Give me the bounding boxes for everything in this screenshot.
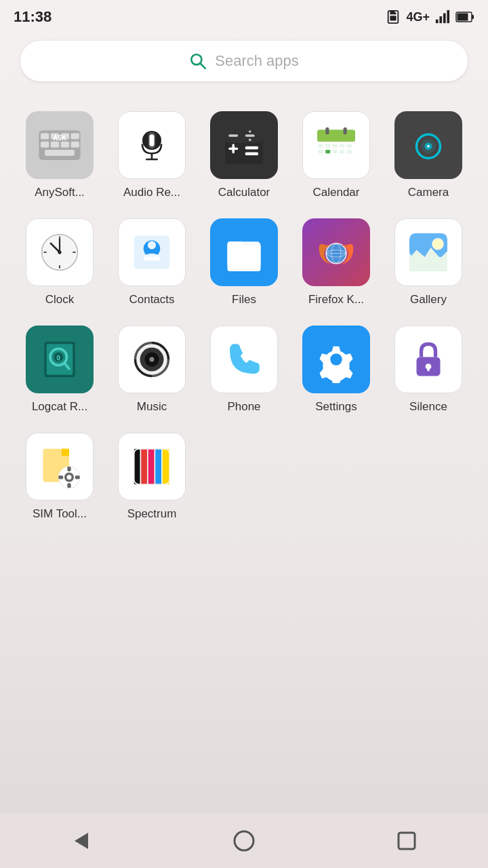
- nav-recents-button[interactable]: [386, 821, 427, 861]
- app-item-spectrum[interactable]: Spectrum: [106, 423, 198, 530]
- app-label-calculator: Calculator: [218, 186, 270, 199]
- svg-rect-9: [458, 14, 468, 21]
- nav-back-button[interactable]: [61, 821, 102, 861]
- app-label-firefox: Firefox K...: [308, 293, 364, 307]
- svg-rect-1: [390, 16, 396, 20]
- app-icon-gallery: [394, 218, 462, 286]
- search-bar[interactable]: Search apps: [20, 41, 468, 81]
- svg-rect-102: [67, 484, 70, 488]
- battery-icon: [455, 11, 474, 23]
- svg-rect-108: [141, 449, 147, 485]
- app-item-clock[interactable]: Clock: [14, 209, 106, 316]
- svg-line-11: [201, 64, 205, 68]
- app-item-contacts[interactable]: Contacts: [106, 209, 198, 316]
- app-icon-camera: [394, 111, 462, 179]
- app-item-files[interactable]: Files: [198, 209, 290, 316]
- app-item-audio[interactable]: Audio Re...: [106, 102, 198, 209]
- app-label-gallery: Gallery: [410, 293, 447, 307]
- app-item-silence[interactable]: Silence: [382, 316, 474, 423]
- app-item-anysoft[interactable]: ASK AnySoft...: [14, 102, 106, 209]
- app-label-clock: Clock: [45, 293, 75, 307]
- app-item-firefox[interactable]: Firefox K...: [290, 209, 382, 316]
- app-label-contacts: Contacts: [129, 293, 174, 307]
- svg-rect-19: [61, 142, 69, 148]
- svg-rect-115: [399, 833, 415, 849]
- svg-rect-95: [427, 367, 430, 372]
- svg-rect-49: [325, 150, 330, 153]
- app-label-anysoft: AnySoft...: [35, 186, 85, 199]
- search-placeholder: Search apps: [215, 52, 299, 70]
- app-icon-settings: [302, 326, 370, 393]
- svg-rect-48: [319, 150, 323, 153]
- svg-rect-54: [344, 127, 347, 135]
- app-label-silence: Silence: [409, 400, 447, 414]
- app-label-audio: Audio Re...: [123, 186, 180, 199]
- svg-rect-98: [62, 449, 70, 456]
- app-label-simtool: SIM Tool...: [33, 507, 87, 521]
- app-item-music[interactable]: Music: [106, 316, 198, 423]
- svg-rect-20: [71, 142, 79, 148]
- app-item-logcat[interactable]: Q Logcat R...: [14, 316, 106, 423]
- svg-rect-41: [317, 130, 355, 142]
- svg-rect-110: [155, 449, 161, 485]
- svg-point-37: [249, 138, 251, 141]
- app-icon-anysoft: ASK: [26, 111, 94, 179]
- svg-point-90: [150, 357, 155, 362]
- svg-rect-50: [333, 150, 338, 153]
- app-label-spectrum: Spectrum: [127, 507, 177, 521]
- back-icon: [68, 827, 95, 854]
- svg-rect-31: [245, 153, 258, 155]
- nav-home-button[interactable]: [224, 821, 264, 861]
- app-item-simtool[interactable]: SIM Tool...: [14, 423, 106, 530]
- svg-rect-109: [148, 449, 155, 485]
- app-icon-simtool: [26, 433, 94, 500]
- svg-point-105: [67, 475, 72, 479]
- app-label-music: Music: [137, 400, 167, 414]
- app-icon-audio: [118, 111, 186, 179]
- app-item-calculator[interactable]: Calculator: [198, 102, 290, 209]
- svg-rect-17: [41, 142, 49, 148]
- svg-rect-6: [447, 10, 449, 23]
- app-label-logcat: Logcat R...: [32, 400, 87, 414]
- app-icon-files: [210, 218, 278, 286]
- svg-rect-103: [58, 475, 63, 479]
- app-icon-clock: [26, 218, 94, 286]
- home-icon: [230, 827, 258, 854]
- app-item-gallery[interactable]: Gallery: [382, 209, 474, 316]
- svg-point-67: [58, 250, 61, 254]
- svg-rect-43: [319, 144, 323, 147]
- svg-rect-30: [245, 146, 258, 149]
- app-item-settings[interactable]: Settings: [290, 316, 382, 423]
- app-item-phone[interactable]: Phone: [198, 316, 290, 423]
- svg-rect-8: [472, 15, 474, 19]
- app-icon-contacts: [118, 218, 186, 286]
- svg-rect-47: [347, 144, 352, 147]
- app-icon-phone: [210, 326, 278, 393]
- recents-icon: [393, 827, 420, 854]
- app-icon-silence: [394, 326, 462, 393]
- svg-rect-51: [340, 150, 344, 153]
- app-label-settings: Settings: [315, 400, 357, 414]
- svg-rect-45: [333, 144, 338, 147]
- svg-point-58: [427, 145, 430, 148]
- svg-rect-44: [325, 144, 330, 147]
- svg-text:ASK: ASK: [54, 134, 67, 142]
- svg-rect-107: [134, 449, 140, 485]
- svg-point-80: [433, 239, 443, 249]
- svg-point-36: [249, 130, 251, 133]
- svg-rect-34: [228, 134, 238, 137]
- svg-rect-4: [439, 16, 442, 23]
- svg-rect-104: [75, 475, 80, 479]
- signal-icon: [435, 9, 450, 24]
- svg-point-70: [148, 241, 156, 249]
- svg-text:Q: Q: [57, 355, 60, 361]
- app-label-phone: Phone: [227, 400, 260, 414]
- app-item-camera[interactable]: Camera: [382, 102, 474, 209]
- svg-rect-46: [340, 144, 344, 147]
- app-item-calendar[interactable]: Calendar: [290, 102, 382, 209]
- svg-rect-111: [163, 449, 170, 485]
- svg-marker-113: [75, 833, 88, 849]
- app-label-files: Files: [232, 293, 256, 307]
- svg-rect-35: [245, 134, 255, 137]
- svg-point-92: [330, 353, 342, 366]
